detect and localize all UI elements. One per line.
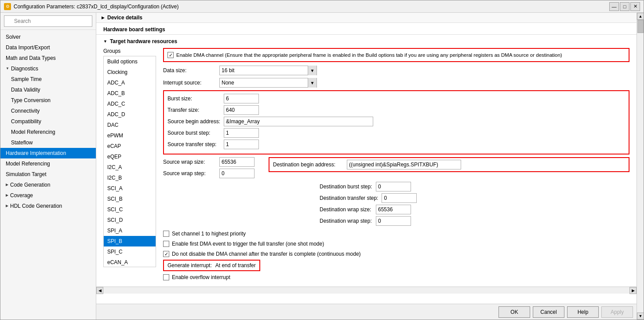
ok-button[interactable]: OK bbox=[498, 306, 530, 318]
group-i2c-a[interactable]: I2C_A bbox=[104, 162, 156, 173]
source-begin-row: Source begin address: bbox=[167, 117, 625, 126]
group-adc-a[interactable]: ADC_A bbox=[104, 77, 156, 88]
sidebar-item-type-conversion[interactable]: Type Conversion bbox=[0, 95, 96, 106]
dest-transfer-input[interactable] bbox=[382, 193, 417, 203]
nav-tree: Solver Data Import/Export Math and Data … bbox=[0, 30, 96, 320]
dest-burst-input[interactable] bbox=[376, 182, 411, 191]
data-size-label: Data size: bbox=[163, 67, 216, 74]
dest-wrap-size-input[interactable] bbox=[376, 205, 411, 214]
dest-transfer-row: Destination transfer step: bbox=[320, 193, 417, 203]
enable-overflow-label: Enable overflow interrupt bbox=[172, 274, 230, 280]
target-hw-title[interactable]: ▼ Target hardware resources bbox=[103, 38, 629, 44]
group-adc-d[interactable]: ADC_D bbox=[104, 109, 156, 120]
apply-button[interactable]: Apply bbox=[601, 306, 633, 318]
sidebar-item-coverage[interactable]: ▶ Coverage bbox=[0, 190, 96, 201]
set-channel-row: Set channel 1 to highest priority bbox=[163, 229, 629, 238]
group-sci-c[interactable]: SCI_C bbox=[104, 204, 156, 215]
sidebar-item-code-gen[interactable]: ▶ Code Generation bbox=[0, 180, 96, 190]
transfer-size-input[interactable] bbox=[224, 105, 259, 115]
groups-panel: Groups Build options Clocking ADC_A ADC_… bbox=[103, 48, 156, 283]
dma-enable-checkbox[interactable] bbox=[167, 52, 174, 58]
sidebar-item-stateflow[interactable]: Stateflow bbox=[0, 137, 96, 148]
group-ecan-a[interactable]: eCAN_A bbox=[104, 257, 156, 267]
enable-first-dma-checkbox[interactable] bbox=[163, 241, 169, 247]
sidebar-item-hdl[interactable]: ▶ HDL Code Generation bbox=[0, 201, 96, 211]
interrupt-source-row: Interrupt source: None ▼ bbox=[163, 78, 629, 88]
source-burst-input[interactable] bbox=[224, 128, 259, 138]
scroll-up-button[interactable]: ▲ bbox=[637, 13, 644, 20]
sidebar-item-sim-target[interactable]: Simulation Target bbox=[0, 169, 96, 180]
group-dac[interactable]: DAC bbox=[104, 120, 156, 130]
source-wrap-step-row: Source wrap step: bbox=[163, 169, 255, 178]
group-epwm[interactable]: ePWM bbox=[104, 130, 156, 141]
scroll-thumb[interactable] bbox=[637, 20, 644, 33]
group-spi-b[interactable]: SPI_B bbox=[104, 236, 156, 246]
set-channel-checkbox[interactable] bbox=[163, 231, 169, 237]
group-spi-a[interactable]: SPI_A bbox=[104, 225, 156, 236]
burst-size-row: Burst size: bbox=[167, 94, 625, 103]
enable-overflow-checkbox[interactable] bbox=[163, 274, 169, 280]
search-input[interactable] bbox=[4, 15, 92, 27]
scroll-track bbox=[637, 20, 644, 313]
group-adc-c[interactable]: ADC_C bbox=[104, 99, 156, 109]
hscroll-left[interactable]: ◀ bbox=[96, 287, 103, 294]
sidebar-item-sample-time[interactable]: Sample Time bbox=[0, 74, 96, 85]
dest-begin-input[interactable] bbox=[347, 160, 461, 169]
source-wrap-size-row: Source wrap size: bbox=[163, 157, 255, 167]
group-build-options[interactable]: Build options bbox=[104, 56, 156, 67]
hw-board-settings-label: Hardware board settings bbox=[96, 23, 637, 35]
sidebar-item-data-import[interactable]: Data Import/Export bbox=[0, 42, 96, 53]
dest-wrap-step-input[interactable] bbox=[376, 216, 411, 226]
group-i2c-b[interactable]: I2C_B bbox=[104, 173, 156, 183]
search-box: 🔍 bbox=[0, 13, 96, 30]
source-wrap-step-input[interactable] bbox=[219, 169, 255, 178]
sidebar: 🔍 Solver Data Import/Export Math and Dat… bbox=[0, 13, 96, 320]
title-bar-controls: — □ ✕ bbox=[609, 2, 640, 11]
interrupt-source-dropdown[interactable]: None ▼ bbox=[219, 78, 317, 88]
interrupt-source-arrow[interactable]: ▼ bbox=[308, 78, 317, 88]
source-transfer-row: Source transfer step: bbox=[167, 140, 625, 149]
source-transfer-label: Source transfer step: bbox=[167, 141, 220, 147]
sidebar-item-model-ref2[interactable]: Model Referencing bbox=[0, 158, 96, 169]
dest-right-col: Destination burst step: Destination tran… bbox=[163, 182, 629, 228]
source-transfer-input[interactable] bbox=[224, 140, 259, 149]
minimize-button[interactable]: — bbox=[609, 2, 619, 11]
group-ecap[interactable]: eCAP bbox=[104, 141, 156, 151]
group-sci-d[interactable]: SCI_D bbox=[104, 215, 156, 225]
source-wrap-size-input[interactable] bbox=[219, 157, 255, 167]
dest-burst-row: Destination burst step: bbox=[320, 182, 417, 191]
sidebar-item-compatibility[interactable]: Compatibility bbox=[0, 116, 96, 127]
data-size-arrow[interactable]: ▼ bbox=[308, 66, 317, 75]
sidebar-item-math-data[interactable]: Math and Data Types bbox=[0, 53, 96, 63]
two-panel: Groups Build options Clocking ADC_A ADC_… bbox=[103, 48, 629, 283]
group-adc-b[interactable]: ADC_B bbox=[104, 88, 156, 99]
do-not-disable-checkbox[interactable] bbox=[163, 251, 169, 257]
maximize-button[interactable]: □ bbox=[620, 2, 629, 11]
hdl-label: HDL Code Generation bbox=[10, 202, 62, 210]
group-sci-a[interactable]: SCI_A bbox=[104, 183, 156, 194]
vertical-scrollbar[interactable]: ▲ ▼ bbox=[637, 13, 644, 320]
close-button[interactable]: ✕ bbox=[630, 2, 640, 11]
group-sci-b[interactable]: SCI_B bbox=[104, 194, 156, 204]
bottom-bar: OK Cancel Help Apply bbox=[96, 304, 637, 320]
cancel-button[interactable]: Cancel bbox=[533, 306, 564, 318]
coverage-label: Coverage bbox=[10, 191, 33, 200]
sidebar-item-hw-impl[interactable]: Hardware Implementation bbox=[0, 148, 96, 158]
sidebar-item-connectivity[interactable]: Connectivity bbox=[0, 106, 96, 116]
content-scroll[interactable]: ▶ Device details Hardware board settings… bbox=[96, 13, 637, 304]
sidebar-item-model-referencing[interactable]: Model Referencing bbox=[0, 127, 96, 137]
horizontal-scrollbar[interactable]: ◀ ▶ bbox=[96, 287, 637, 294]
source-begin-input[interactable] bbox=[224, 117, 373, 126]
burst-size-input[interactable] bbox=[224, 94, 259, 103]
scroll-down-button[interactable]: ▼ bbox=[637, 313, 644, 320]
data-size-dropdown[interactable]: 16 bit ▼ bbox=[219, 66, 317, 75]
help-button[interactable]: Help bbox=[567, 306, 599, 318]
sidebar-item-diagnostics[interactable]: ▼ Diagnostics bbox=[0, 63, 96, 74]
group-eqep[interactable]: eQEP bbox=[104, 151, 156, 162]
group-spi-c[interactable]: SPI_C bbox=[104, 246, 156, 257]
group-clocking[interactable]: Clocking bbox=[104, 67, 156, 77]
sidebar-item-solver[interactable]: Solver bbox=[0, 32, 96, 42]
sidebar-item-data-validity[interactable]: Data Validity bbox=[0, 85, 96, 95]
hscroll-right[interactable]: ▶ bbox=[629, 287, 637, 294]
dest-steps-col: Destination burst step: Destination tran… bbox=[320, 182, 417, 228]
